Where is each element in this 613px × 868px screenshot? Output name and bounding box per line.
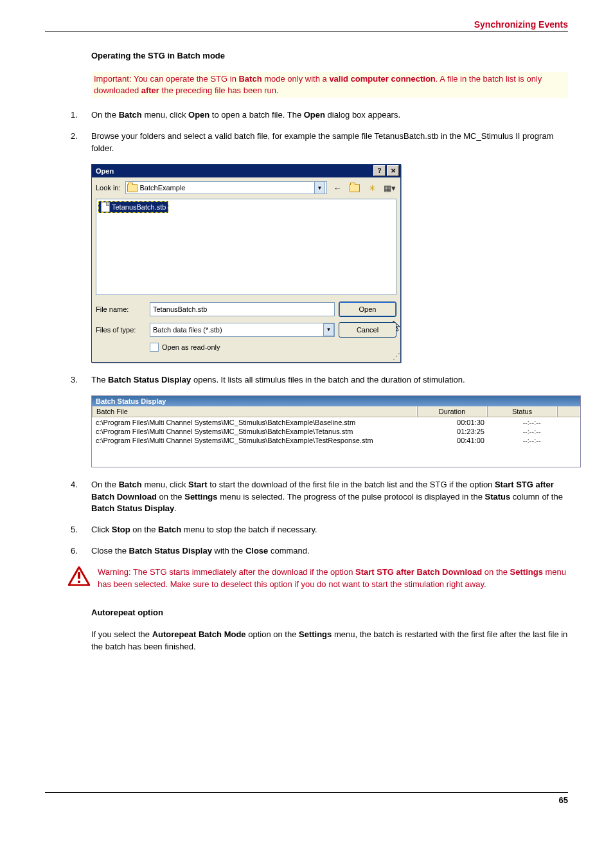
page-header: Synchronizing Events	[45, 19, 568, 32]
step-1: 1. On the Batch menu, click Open to open…	[45, 109, 568, 122]
chevron-down-icon[interactable]: ▼	[314, 181, 325, 194]
t: Batch	[119, 480, 142, 489]
cell-duration: 01:23:25	[440, 427, 501, 436]
col-spacer	[557, 406, 580, 417]
step-2: 2. Browse your folders and select a vali…	[45, 131, 568, 155]
t: Batch Status Display	[108, 375, 191, 384]
filetype-value: Batch data files (*.stb)	[153, 326, 222, 334]
filename-label: File name:	[96, 305, 146, 313]
checkbox-icon[interactable]	[150, 343, 159, 352]
note-text: the preceding file has been run.	[159, 86, 279, 95]
step-body: Close the Batch Status Display with the …	[91, 545, 568, 557]
file-name: TetanusBatch.stb	[112, 203, 166, 211]
lookin-combo[interactable]: BatchExample ▼	[125, 181, 327, 194]
batch-rows: c:\Program Files\Multi Channel Systems\M…	[92, 417, 580, 467]
chevron-down-icon[interactable]: ▼	[323, 323, 334, 336]
t: Start	[188, 480, 208, 489]
t: .	[174, 503, 177, 513]
t: dialog box appears.	[325, 110, 400, 120]
step-number: 1.	[45, 109, 91, 122]
file-item-selected[interactable]: TetanusBatch.stb	[98, 201, 168, 213]
t: On the	[91, 110, 119, 120]
t: on the	[130, 525, 158, 534]
new-folder-icon[interactable]: ✳	[365, 181, 379, 195]
t: Close	[245, 546, 268, 556]
t: option on the	[246, 629, 299, 639]
t: Click	[91, 525, 112, 534]
resize-grip-icon[interactable]: ⋰	[92, 352, 400, 362]
step-number: 4.	[45, 479, 91, 491]
lookin-value: BatchExample	[140, 184, 186, 192]
t: Warning: The STG starts immediately afte…	[98, 567, 355, 577]
t: Open	[188, 110, 209, 120]
warning-icon	[68, 566, 90, 586]
filetype-label: Files of type:	[96, 326, 146, 334]
step-3: 3. The Batch Status Display opens. It li…	[45, 374, 568, 386]
help-button[interactable]: ?	[373, 165, 386, 176]
col-file[interactable]: Batch File	[92, 406, 417, 417]
col-duration[interactable]: Duration	[417, 406, 487, 417]
warning-block: Warning: The STG starts immediately afte…	[68, 566, 568, 591]
t: The	[91, 375, 108, 384]
note-bold: Batch	[238, 74, 262, 84]
note-text: mode only with a	[262, 74, 330, 84]
t: with the	[212, 546, 245, 556]
table-row[interactable]: c:\Program Files\Multi Channel Systems\M…	[92, 418, 580, 427]
t: Open	[304, 110, 325, 120]
warning-text: Warning: The STG starts immediately afte…	[98, 566, 568, 591]
cell-file: c:\Program Files\Multi Channel Systems\M…	[96, 427, 440, 436]
t: menu is selected. The progress of the pu…	[218, 492, 485, 502]
cancel-button[interactable]: Cancel	[339, 322, 396, 338]
close-button[interactable]: ✕	[387, 165, 399, 176]
folder-icon	[127, 184, 138, 192]
t: Close the	[91, 546, 129, 556]
col-status[interactable]: Status	[487, 406, 557, 417]
lookin-label: Look in:	[96, 184, 121, 192]
t: to start the download of the first file …	[208, 480, 495, 489]
t: Batch	[119, 110, 142, 120]
folder-icon	[350, 184, 360, 192]
file-icon	[101, 202, 110, 212]
file-list[interactable]: TetanusBatch.stb	[96, 199, 396, 295]
readonly-row[interactable]: Open as read-only	[150, 343, 396, 352]
note-text: Important: You can operate the STG in	[94, 74, 238, 84]
t: If you select the	[91, 629, 152, 639]
filename-input[interactable]: TetanusBatch.stb	[150, 302, 335, 316]
views-icon[interactable]: ▦▾	[382, 181, 396, 195]
note-bold: valid computer connection	[329, 74, 435, 84]
cell-status: --:--:--	[501, 427, 562, 436]
step-body: Click Stop on the Batch menu to stop the…	[91, 524, 568, 536]
t: Settings	[299, 629, 332, 639]
step-body: The Batch Status Display opens. It lists…	[91, 374, 568, 386]
up-folder-icon[interactable]	[348, 181, 362, 195]
cell-duration: 00:41:00	[440, 436, 501, 445]
table-row[interactable]: c:\Program Files\Multi Channel Systems\M…	[92, 436, 580, 445]
button-label: Open	[359, 305, 377, 313]
back-icon[interactable]: ←	[330, 181, 344, 195]
open-button[interactable]: Open	[339, 302, 396, 317]
filetype-combo[interactable]: Batch data files (*.stb) ▼	[150, 323, 335, 337]
step-number: 3.	[45, 374, 91, 386]
t: menu, click	[142, 480, 188, 489]
t: Autorepeat Batch Mode	[152, 629, 246, 639]
t: Settings	[510, 567, 543, 577]
step-body: On the Batch menu, click Start to start …	[91, 479, 568, 516]
dialog-titlebar: Open ? ✕	[92, 165, 400, 177]
dialog-toolbar: Look in: BatchExample ▼ ← ✳ ▦▾	[92, 177, 400, 199]
step-number: 5.	[45, 524, 91, 536]
t: on the	[157, 492, 184, 502]
page-footer: 65	[45, 792, 568, 805]
heading-autorepeat: Autorepeat option	[91, 608, 568, 617]
filename-value: TetanusBatch.stb	[153, 305, 207, 313]
t: command.	[268, 546, 309, 556]
step-number: 6.	[45, 545, 91, 557]
important-note: Important: You can operate the STG in Ba…	[91, 72, 568, 98]
table-row[interactable]: c:\Program Files\Multi Channel Systems\M…	[92, 427, 580, 436]
cell-file: c:\Program Files\Multi Channel Systems\M…	[96, 418, 440, 427]
t: Batch Status Display	[129, 546, 212, 556]
open-dialog: Open ? ✕ Look in: BatchExample ▼ ← ✳ ▦▾	[91, 164, 401, 363]
batch-title: Batch Status Display	[92, 396, 580, 406]
t: on the	[482, 567, 510, 577]
t: to open a batch file. The	[209, 110, 303, 120]
svg-rect-1	[78, 572, 80, 579]
